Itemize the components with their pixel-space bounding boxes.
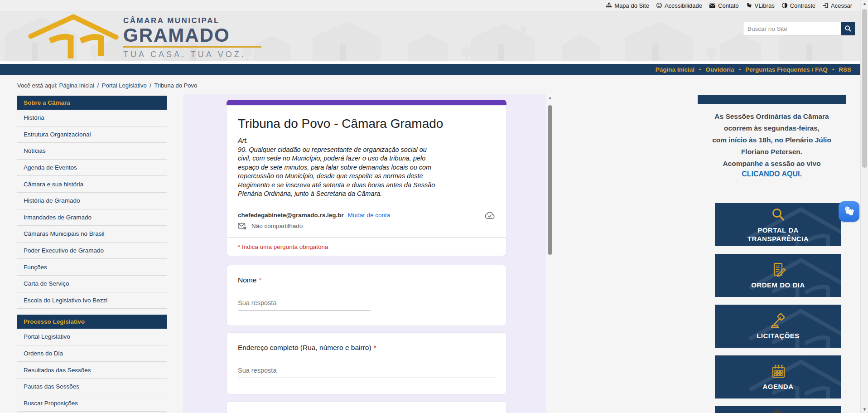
brand-gold-rule [123, 46, 261, 48]
sidebar-item-poder-executivo-de-gramado[interactable]: Poder Executivo de Gramado [17, 243, 167, 259]
account-row: chefedegabinete@gramado.rs.leg.br Mudar … [238, 206, 495, 219]
agenda-button[interactable]: AGENDA [715, 355, 841, 398]
contrast-icon [781, 2, 788, 9]
sidebar-item-escola-do-legislativo[interactable]: Escola do Legislativo Ivo Bezzi [17, 292, 167, 309]
topbar-link-label: Acessibilidade [665, 2, 702, 9]
button-label: PORTAL DA TRANSPARÊNCIA [738, 226, 819, 243]
right-panel-header-bar [698, 95, 846, 104]
envelope-icon [709, 3, 716, 9]
sidebar-section-gap [17, 309, 167, 315]
calendar-icon [769, 363, 787, 380]
shared-status-row: Não compartilhado [238, 223, 495, 230]
page-scrollbar[interactable]: ▲ ▼ [860, 0, 868, 413]
scroll-up-arrow[interactable]: ▲ [546, 95, 554, 100]
topbar-link-mapa-do-site[interactable]: Mapa do Site [606, 2, 649, 9]
breadcrumb-prefix: Você está aqui: [17, 82, 58, 89]
sidebar-item-irmandades-de-gramado[interactable]: Irmandades de Gramado [17, 209, 167, 226]
navbar-separator: • [832, 66, 834, 73]
navbar-link-pagina-inicial[interactable]: Página Inicial [656, 66, 694, 73]
sidebar-item-historia[interactable]: História [17, 110, 167, 126]
sessions-notice: As Sessões Ordinárias da Câmara ocorrem … [698, 111, 846, 170]
question-label: Nome* [238, 276, 495, 284]
navbar-link-ouvidoria[interactable]: Ouvidoria [706, 66, 734, 73]
button-label: LICITAÇÕES [738, 331, 819, 340]
breadcrumb-separator: / [96, 82, 100, 89]
topbar-link-label: Acessar [831, 2, 852, 9]
topbar-link-acessibilidade[interactable]: Acessibilidade [656, 2, 702, 9]
left-sidebar: Sobre a Câmara História Estrutura Organi… [17, 96, 167, 412]
question-label-text: Endereço completo (Rua, número e bairro) [238, 344, 371, 351]
site-logo[interactable]: CÂMARA MUNICIPAL GRAMADO TUA CASA. TUA V… [28, 13, 282, 60]
portal-transparencia-button[interactable]: PORTAL DA TRANSPARÊNCIA [715, 203, 841, 246]
topbar-link-contraste[interactable]: Contraste [781, 2, 815, 9]
vlibras-widget-button[interactable] [839, 201, 859, 222]
breadcrumb-link-portal-legislativo[interactable]: Portal Legislativo [102, 82, 147, 89]
roof-watermark [746, 255, 841, 297]
question-label-text: Nome [238, 276, 256, 284]
watch-live-link[interactable]: CLICANDO AQUI. [698, 170, 846, 178]
right-panel-partial-button[interactable] [715, 406, 841, 413]
sidebar-item-ordens-do-dia[interactable]: Ordens do Dia [17, 345, 167, 362]
sidebar-item-camaras-municipais-no-brasil[interactable]: Câmaras Municipais no Brasil [17, 226, 167, 243]
page-scrollbar-thumb[interactable] [862, 9, 867, 168]
form-scrollbar[interactable]: ▲ [546, 94, 554, 413]
licitacoes-button[interactable]: LICITAÇÕES [715, 305, 841, 348]
answer-underline [238, 378, 496, 378]
navbar-link-faq[interactable]: Perguntas Frequentes / FAQ [745, 66, 828, 73]
navbar-link-rss[interactable]: RSS [839, 66, 851, 73]
topbar-link-acessar[interactable]: Acessar [822, 2, 852, 9]
sidebar-item-portal-legislativo[interactable]: Portal Legislativo [17, 329, 167, 345]
sidebar-section-processo-legislativo[interactable]: Processo Legislativo [17, 315, 167, 329]
change-account-link[interactable]: Mudar de conta [348, 212, 391, 219]
scroll-down-arrow[interactable]: ▼ [861, 407, 868, 412]
answer-input-endereco[interactable]: Sua resposta [238, 367, 495, 374]
breadcrumb-current: Tribuna do Povo [154, 82, 197, 89]
sidebar-section-sobre-a-camara[interactable]: Sobre a Câmara [17, 96, 167, 110]
sign-in-icon [822, 2, 829, 9]
sidebar-item-resultados-das-sessoes[interactable]: Resultados das Sessões [17, 362, 167, 379]
magnifier-icon [769, 207, 787, 224]
libras-hands-icon [843, 205, 855, 218]
topbar-link-contato[interactable]: Contato [709, 2, 739, 9]
sidebar-item-carta-de-servico[interactable]: Carta de Serviço [17, 276, 167, 292]
form-title: Tribuna do Povo - Câmara Gramado [238, 117, 495, 131]
sidebar-item-estrutura-organizacional[interactable]: Estrutura Organizacional [17, 126, 167, 143]
required-asterisk: * [374, 344, 376, 351]
brand-top: CÂMARA MUNICIPAL [123, 16, 261, 25]
brand-text: CÂMARA MUNICIPAL GRAMADO TUA CASA. TUA V… [123, 16, 261, 59]
order-list-icon [769, 262, 787, 279]
header-divider [0, 61, 860, 64]
scroll-up-arrow[interactable]: ▲ [861, 1, 868, 6]
form-scrollbar-thumb[interactable] [548, 105, 552, 255]
breadcrumb-link-pagina-inicial[interactable]: Página Inicial [59, 82, 94, 89]
button-label: AGENDA [738, 382, 819, 391]
sidebar-item-agenda-de-eventos[interactable]: Agenda de Eventos [17, 160, 167, 176]
sidebar-item-camara-e-sua-historia[interactable]: Câmara e sua história [17, 176, 167, 193]
search-input[interactable] [743, 22, 841, 35]
topbar-link-label: VLibras [755, 2, 775, 9]
shared-status-text: Não compartilhado [251, 223, 303, 229]
button-label: ORDEM DO DIA [738, 281, 819, 289]
question-card-partial [227, 401, 506, 413]
sidebar-item-funcoes[interactable]: Funções [17, 259, 167, 276]
sidebar-item-pautas-das-sessoes[interactable]: Pautas das Sessões [17, 379, 167, 395]
search-icon [844, 25, 852, 32]
sidebar-item-buscar-proposicoes[interactable]: Buscar Proposições [17, 395, 167, 412]
libras-hands-icon [746, 2, 752, 9]
gavel-icon [769, 312, 788, 330]
google-form-embed: Tribuna do Povo - Câmara Gramado Art. 90… [183, 94, 546, 413]
search-button[interactable] [841, 22, 855, 35]
topbar-link-label: Contato [718, 2, 739, 9]
required-note: * Indica uma pergunta obrigatória [238, 238, 495, 250]
navbar-separator: • [739, 66, 741, 73]
answer-input-nome[interactable]: Sua resposta [238, 299, 495, 306]
sidebar-item-noticias[interactable]: Notícias [17, 143, 167, 160]
sidebar-item-historia-de-gramado[interactable]: História de Gramado [17, 193, 167, 209]
question-card-endereco: Endereço completo (Rua, número e bairro)… [227, 332, 506, 394]
question-label: Endereço completo (Rua, número e bairro)… [238, 344, 495, 352]
question-card-nome: Nome* Sua resposta [227, 265, 506, 326]
topbar-link-vlibras[interactable]: VLibras [746, 2, 775, 9]
form-description: Art. 90. Qualquer cidadão ou representan… [238, 136, 495, 199]
partial-button-icon [773, 409, 782, 413]
ordem-do-dia-button[interactable]: ORDEM DO DIA [715, 254, 841, 297]
